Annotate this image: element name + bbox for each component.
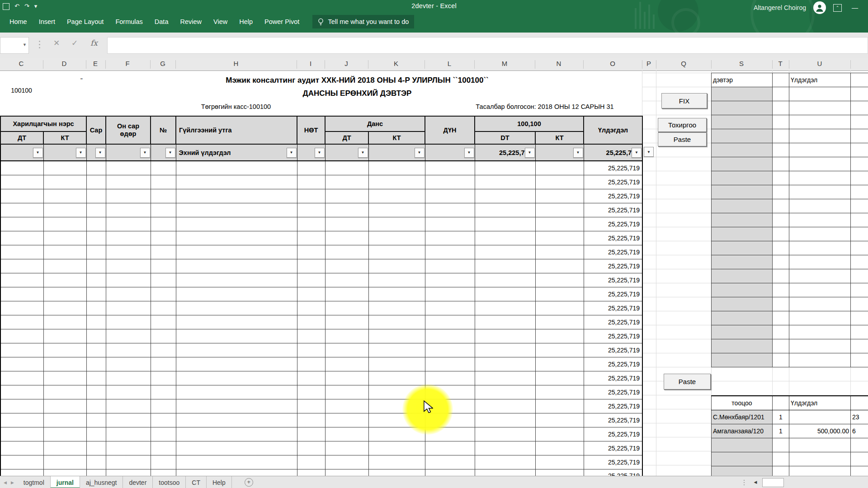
cell[interactable] bbox=[43, 371, 86, 385]
cell[interactable] bbox=[789, 101, 851, 115]
cell[interactable]: 25,225,719 bbox=[584, 287, 642, 301]
column-header-F[interactable]: F bbox=[125, 60, 129, 67]
cell[interactable] bbox=[106, 189, 151, 203]
column-header-D[interactable]: D bbox=[62, 60, 67, 67]
cell[interactable] bbox=[0, 301, 43, 315]
cell[interactable] bbox=[297, 203, 325, 217]
hscroll-thumb[interactable] bbox=[762, 478, 784, 487]
cell[interactable] bbox=[106, 343, 151, 357]
cell[interactable] bbox=[773, 101, 789, 115]
cell[interactable]: 25,225,719 bbox=[584, 399, 642, 413]
cell[interactable] bbox=[851, 115, 868, 129]
cell[interactable] bbox=[851, 157, 868, 171]
column-header-I[interactable]: I bbox=[310, 60, 311, 67]
cell[interactable]: 25,225,719 bbox=[584, 343, 642, 357]
cell[interactable] bbox=[0, 175, 43, 189]
cell[interactable] bbox=[712, 297, 773, 311]
cell[interactable] bbox=[789, 438, 851, 452]
cell[interactable] bbox=[425, 161, 475, 175]
cell[interactable] bbox=[789, 115, 851, 129]
cell[interactable] bbox=[86, 259, 106, 273]
cell[interactable]: 25,225,719 bbox=[584, 175, 642, 189]
cell[interactable] bbox=[535, 315, 584, 329]
cell[interactable] bbox=[86, 427, 106, 441]
cell[interactable]: 25,225,719 bbox=[584, 259, 642, 273]
cell[interactable] bbox=[0, 161, 43, 175]
cell[interactable] bbox=[851, 325, 868, 339]
cell[interactable] bbox=[789, 353, 851, 367]
cell[interactable] bbox=[535, 301, 584, 315]
ribbon-tab-page-layout[interactable]: Page Layout bbox=[61, 13, 109, 31]
cell[interactable] bbox=[325, 441, 368, 455]
cell[interactable] bbox=[851, 199, 868, 213]
cell[interactable] bbox=[176, 329, 297, 343]
cell[interactable] bbox=[297, 189, 325, 203]
cell[interactable] bbox=[789, 143, 851, 157]
cell[interactable] bbox=[475, 245, 535, 259]
cell[interactable] bbox=[712, 199, 773, 213]
cell[interactable] bbox=[712, 241, 773, 255]
cell[interactable] bbox=[43, 399, 86, 413]
cell-account-code[interactable]: 100100 bbox=[0, 87, 43, 94]
cell[interactable] bbox=[712, 129, 773, 143]
cell[interactable] bbox=[425, 357, 475, 371]
cell[interactable] bbox=[712, 452, 773, 466]
cell[interactable] bbox=[773, 129, 789, 143]
cell[interactable]: 25,225,719 bbox=[584, 413, 642, 427]
filter-dropdown-icon[interactable]: ▼ bbox=[358, 148, 368, 158]
cell[interactable] bbox=[151, 175, 176, 189]
cell[interactable] bbox=[86, 231, 106, 245]
cell[interactable] bbox=[368, 357, 425, 371]
cell[interactable] bbox=[43, 315, 86, 329]
cell[interactable] bbox=[789, 283, 851, 297]
cell[interactable] bbox=[176, 441, 297, 455]
cell[interactable] bbox=[789, 87, 851, 101]
cell[interactable] bbox=[106, 273, 151, 287]
cell[interactable] bbox=[475, 315, 535, 329]
cell[interactable] bbox=[151, 329, 176, 343]
cell[interactable] bbox=[151, 245, 176, 259]
cell[interactable] bbox=[368, 161, 425, 175]
cell[interactable]: 25,225,719 bbox=[584, 357, 642, 371]
cell[interactable] bbox=[851, 129, 868, 143]
cell[interactable] bbox=[425, 175, 475, 189]
column-header-C[interactable]: C bbox=[19, 60, 24, 67]
cell[interactable] bbox=[475, 371, 535, 385]
cell[interactable] bbox=[0, 217, 43, 231]
cell[interactable] bbox=[0, 371, 43, 385]
cell[interactable] bbox=[86, 329, 106, 343]
cell[interactable] bbox=[535, 343, 584, 357]
filter-dropdown-icon[interactable]: ▼ bbox=[165, 148, 175, 158]
cell[interactable] bbox=[325, 161, 368, 175]
paste-button-mid[interactable]: Paste bbox=[664, 374, 711, 389]
cell[interactable] bbox=[789, 227, 851, 241]
cell[interactable] bbox=[325, 315, 368, 329]
cell[interactable] bbox=[0, 399, 43, 413]
cell[interactable] bbox=[773, 241, 789, 255]
cell[interactable] bbox=[535, 385, 584, 399]
cell[interactable] bbox=[43, 203, 86, 217]
hscroll-left-arrow[interactable]: ◀ bbox=[750, 478, 760, 487]
cell[interactable] bbox=[86, 217, 106, 231]
filter-dropdown-icon[interactable]: ▼ bbox=[33, 148, 43, 158]
cell[interactable] bbox=[43, 231, 86, 245]
cell[interactable] bbox=[712, 283, 773, 297]
cell[interactable] bbox=[297, 427, 325, 441]
cell[interactable] bbox=[43, 385, 86, 399]
cell[interactable] bbox=[0, 469, 43, 476]
cell[interactable] bbox=[368, 189, 425, 203]
cell[interactable] bbox=[425, 259, 475, 273]
cell[interactable] bbox=[106, 301, 151, 315]
cell[interactable] bbox=[789, 255, 851, 269]
cell[interactable] bbox=[0, 203, 43, 217]
cell[interactable] bbox=[368, 231, 425, 245]
cell[interactable] bbox=[851, 185, 868, 199]
cell[interactable] bbox=[151, 259, 176, 273]
cell[interactable] bbox=[789, 269, 851, 283]
cell[interactable] bbox=[176, 413, 297, 427]
cell[interactable]: 25,225,719 bbox=[584, 329, 642, 343]
column-header-U[interactable]: U bbox=[817, 60, 822, 67]
cell[interactable] bbox=[475, 357, 535, 371]
cell[interactable] bbox=[773, 213, 789, 227]
cell[interactable] bbox=[0, 329, 43, 343]
